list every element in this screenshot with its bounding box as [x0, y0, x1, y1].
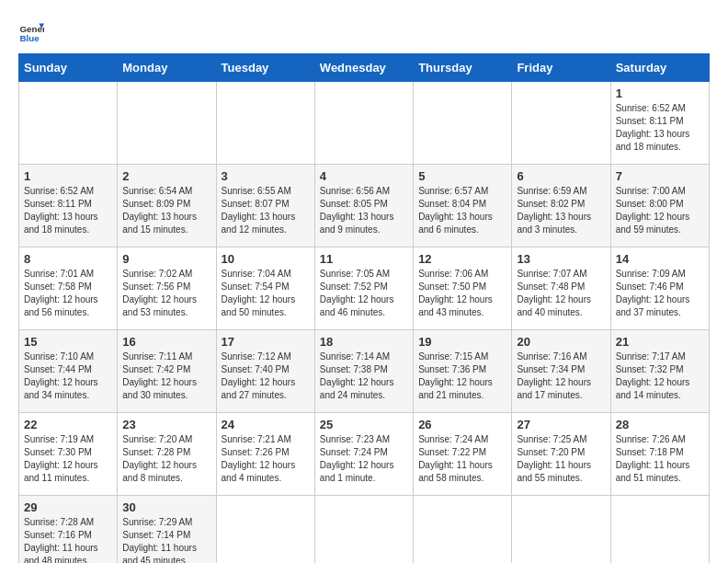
day-info: Sunrise: 7:09 AMSunset: 7:46 PMDaylight:…: [616, 269, 690, 317]
header: General Blue: [18, 18, 710, 44]
calendar-cell: 3 Sunrise: 6:55 AMSunset: 8:07 PMDayligh…: [216, 165, 314, 247]
day-number: 1: [24, 169, 112, 183]
calendar-cell: 18 Sunrise: 7:14 AMSunset: 7:38 PMDaylig…: [314, 330, 413, 413]
day-info: Sunrise: 7:07 AMSunset: 7:48 PMDaylight:…: [517, 269, 591, 317]
day-number: 15: [24, 335, 112, 349]
calendar-cell: 11 Sunrise: 7:05 AMSunset: 7:52 PMDaylig…: [314, 247, 413, 330]
day-header: Monday: [118, 54, 216, 82]
svg-text:Blue: Blue: [19, 33, 40, 43]
calendar-cell: 16 Sunrise: 7:11 AMSunset: 7:42 PMDaylig…: [118, 330, 216, 413]
calendar-cell: [414, 82, 512, 165]
calendar-cell: 17 Sunrise: 7:12 AMSunset: 7:40 PMDaylig…: [216, 330, 314, 413]
day-number: 13: [517, 252, 605, 266]
day-info: Sunrise: 6:59 AMSunset: 8:02 PMDaylight:…: [517, 186, 591, 235]
calendar-cell: 25 Sunrise: 7:23 AMSunset: 7:24 PMDaylig…: [314, 413, 413, 496]
day-number: 24: [222, 418, 310, 431]
calendar-row: 29 Sunrise: 7:28 AMSunset: 7:16 PMDaylig…: [19, 496, 710, 564]
day-number: 6: [517, 169, 605, 183]
day-header: Sunday: [19, 54, 118, 82]
day-header: Thursday: [414, 54, 512, 82]
calendar-cell: 19 Sunrise: 7:15 AMSunset: 7:36 PMDaylig…: [414, 330, 512, 413]
day-info: Sunrise: 7:29 AMSunset: 7:14 PMDaylight:…: [122, 517, 197, 563]
calendar-cell: [314, 496, 413, 564]
day-number: 8: [24, 252, 112, 266]
day-info: Sunrise: 7:02 AMSunset: 7:56 PMDaylight:…: [122, 269, 197, 317]
calendar-cell: 28 Sunrise: 7:26 AMSunset: 7:18 PMDaylig…: [610, 413, 709, 496]
calendar-cell: 1 Sunrise: 6:52 AMSunset: 8:11 PMDayligh…: [610, 82, 709, 165]
day-number: 25: [320, 418, 408, 431]
day-number: 9: [122, 252, 210, 266]
day-info: Sunrise: 7:06 AMSunset: 7:50 PMDaylight:…: [418, 269, 493, 317]
day-number: 10: [222, 252, 310, 266]
logo-icon: General Blue: [18, 18, 44, 44]
calendar-cell: 22 Sunrise: 7:19 AMSunset: 7:30 PMDaylig…: [19, 413, 118, 496]
calendar-cell: 6 Sunrise: 6:59 AMSunset: 8:02 PMDayligh…: [512, 165, 610, 247]
day-info: Sunrise: 6:54 AMSunset: 8:09 PMDaylight:…: [122, 186, 197, 235]
day-number: 22: [24, 418, 112, 431]
page-container: General Blue SundayMondayTuesdayWednesda…: [18, 18, 710, 563]
day-number: 11: [320, 252, 408, 266]
calendar-row: 8 Sunrise: 7:01 AMSunset: 7:58 PMDayligh…: [19, 247, 710, 330]
day-number: 2: [122, 169, 210, 183]
day-info: Sunrise: 7:04 AMSunset: 7:54 PMDaylight:…: [222, 269, 296, 317]
day-info: Sunrise: 7:00 AMSunset: 8:00 PMDaylight:…: [616, 186, 690, 235]
day-number: 21: [616, 335, 704, 349]
calendar-cell: 9 Sunrise: 7:02 AMSunset: 7:56 PMDayligh…: [118, 247, 216, 330]
calendar-cell: 23 Sunrise: 7:20 AMSunset: 7:28 PMDaylig…: [118, 413, 216, 496]
day-number: 18: [320, 335, 408, 349]
day-info: Sunrise: 7:05 AMSunset: 7:52 PMDaylight:…: [320, 269, 394, 317]
day-info: Sunrise: 6:56 AMSunset: 8:05 PMDaylight:…: [320, 186, 394, 235]
calendar-row: 1 Sunrise: 6:52 AMSunset: 8:11 PMDayligh…: [19, 82, 710, 165]
day-number: 30: [122, 500, 210, 514]
day-info: Sunrise: 6:52 AMSunset: 8:11 PMDaylight:…: [616, 103, 690, 152]
day-info: Sunrise: 7:11 AMSunset: 7:42 PMDaylight:…: [122, 351, 197, 400]
calendar-cell: 24 Sunrise: 7:21 AMSunset: 7:26 PMDaylig…: [216, 413, 314, 496]
calendar-cell: 20 Sunrise: 7:16 AMSunset: 7:34 PMDaylig…: [512, 330, 610, 413]
day-info: Sunrise: 7:21 AMSunset: 7:26 PMDaylight:…: [222, 434, 296, 483]
day-info: Sunrise: 7:19 AMSunset: 7:30 PMDaylight:…: [24, 434, 98, 483]
calendar-cell: 26 Sunrise: 7:24 AMSunset: 7:22 PMDaylig…: [414, 413, 512, 496]
day-info: Sunrise: 7:12 AMSunset: 7:40 PMDaylight:…: [222, 351, 296, 400]
day-number: 19: [418, 335, 506, 349]
day-number: 27: [517, 418, 605, 431]
day-number: 7: [616, 169, 704, 183]
day-number: 5: [418, 169, 506, 183]
day-number: 1: [616, 86, 704, 100]
day-info: Sunrise: 7:26 AMSunset: 7:18 PMDaylight:…: [616, 434, 690, 483]
day-header: Tuesday: [216, 54, 314, 82]
day-info: Sunrise: 7:01 AMSunset: 7:58 PMDaylight:…: [24, 269, 98, 317]
calendar-cell: 1 Sunrise: 6:52 AMSunset: 8:11 PMDayligh…: [19, 165, 118, 247]
day-info: Sunrise: 7:24 AMSunset: 7:22 PMDaylight:…: [418, 434, 493, 483]
day-number: 14: [616, 252, 704, 266]
calendar-cell: [512, 82, 610, 165]
calendar-cell: 10 Sunrise: 7:04 AMSunset: 7:54 PMDaylig…: [216, 247, 314, 330]
day-info: Sunrise: 7:28 AMSunset: 7:16 PMDaylight:…: [24, 517, 98, 563]
calendar-cell: 2 Sunrise: 6:54 AMSunset: 8:09 PMDayligh…: [118, 165, 216, 247]
day-number: 17: [222, 335, 310, 349]
day-info: Sunrise: 6:55 AMSunset: 8:07 PMDaylight:…: [222, 186, 296, 235]
day-number: 4: [320, 169, 408, 183]
calendar-cell: [512, 496, 610, 564]
day-info: Sunrise: 7:14 AMSunset: 7:38 PMDaylight:…: [320, 351, 394, 400]
calendar-table: SundayMondayTuesdayWednesdayThursdayFrid…: [18, 53, 710, 563]
calendar-cell: 29 Sunrise: 7:28 AMSunset: 7:16 PMDaylig…: [19, 496, 118, 564]
day-number: 26: [418, 418, 506, 431]
day-info: Sunrise: 6:52 AMSunset: 8:11 PMDaylight:…: [24, 186, 98, 235]
day-info: Sunrise: 7:15 AMSunset: 7:36 PMDaylight:…: [418, 351, 493, 400]
day-info: Sunrise: 7:20 AMSunset: 7:28 PMDaylight:…: [122, 434, 197, 483]
logo: General Blue: [18, 18, 44, 44]
calendar-cell: 13 Sunrise: 7:07 AMSunset: 7:48 PMDaylig…: [512, 247, 610, 330]
calendar-row: 1 Sunrise: 6:52 AMSunset: 8:11 PMDayligh…: [19, 165, 710, 247]
day-number: 3: [222, 169, 310, 183]
calendar-row: 22 Sunrise: 7:19 AMSunset: 7:30 PMDaylig…: [19, 413, 710, 496]
calendar-cell: 12 Sunrise: 7:06 AMSunset: 7:50 PMDaylig…: [414, 247, 512, 330]
calendar-cell: [314, 82, 413, 165]
calendar-cell: [216, 82, 314, 165]
day-info: Sunrise: 7:23 AMSunset: 7:24 PMDaylight:…: [320, 434, 394, 483]
calendar-cell: 7 Sunrise: 7:00 AMSunset: 8:00 PMDayligh…: [610, 165, 709, 247]
calendar-cell: [118, 82, 216, 165]
day-header: Wednesday: [314, 54, 413, 82]
day-info: Sunrise: 7:16 AMSunset: 7:34 PMDaylight:…: [517, 351, 591, 400]
calendar-cell: 4 Sunrise: 6:56 AMSunset: 8:05 PMDayligh…: [314, 165, 413, 247]
day-info: Sunrise: 7:17 AMSunset: 7:32 PMDaylight:…: [616, 351, 690, 400]
